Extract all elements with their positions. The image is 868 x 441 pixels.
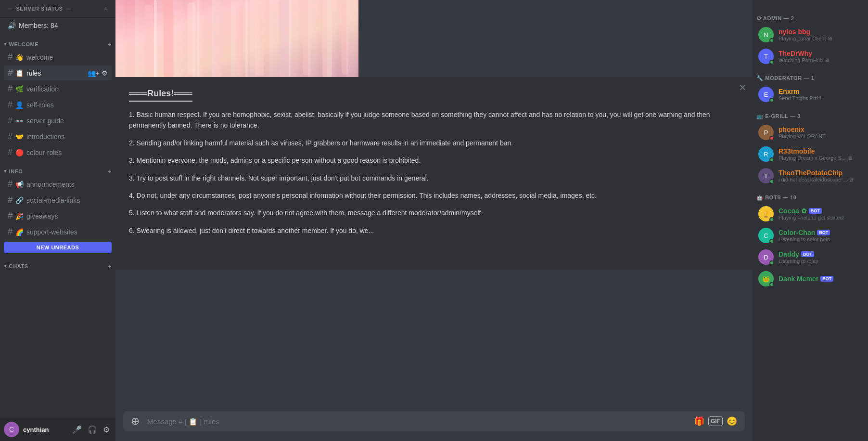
avatar: C bbox=[4, 422, 19, 437]
channel-verification[interactable]: # 🌿 verification bbox=[4, 81, 112, 96]
channel-rules[interactable]: # 📋 rules 👥+ ⚙ bbox=[4, 65, 112, 80]
gif-icon[interactable]: GIF bbox=[708, 416, 723, 426]
status-indicator bbox=[769, 60, 774, 65]
add-chats-channel-icon[interactable]: + bbox=[108, 263, 112, 269]
new-unreads-button[interactable]: NEW UNREADS bbox=[4, 242, 112, 253]
user-controls: 🎤 🎧 ⚙ bbox=[70, 423, 112, 436]
user-settings-icon[interactable]: ⚙ bbox=[101, 423, 112, 436]
svg-rect-3 bbox=[188, 2, 195, 75]
member-dank-memer[interactable]: 🐸 Dank Memer BOT bbox=[754, 268, 866, 289]
svg-rect-1 bbox=[144, 5, 153, 72]
channel-giveaways[interactable]: # 🎉 giveaways bbox=[4, 208, 112, 223]
channel-self-roles[interactable]: # 👤 self-roles bbox=[4, 97, 112, 112]
hash-icon: # bbox=[8, 84, 13, 94]
status-indicator bbox=[769, 98, 774, 103]
channel-introductions[interactable]: # 🤝 introductions bbox=[4, 129, 112, 144]
chevron-down-icon: ▾ bbox=[4, 168, 7, 174]
channel-announcements[interactable]: # 📢 announcements bbox=[4, 177, 112, 192]
rule-5: 5. Listen to what staff and moderators s… bbox=[129, 208, 739, 218]
member-nylos-bbg[interactable]: N nylos bbg Playing Lunar Client 🖥 bbox=[754, 24, 866, 45]
svg-rect-14 bbox=[289, 0, 291, 77]
avatar: P bbox=[758, 125, 774, 140]
rule-1: 1. Basic human respect. If you are homop… bbox=[129, 109, 739, 131]
admin-category-label: ⚙ ADMIN — 2 bbox=[753, 8, 868, 24]
gift-icon[interactable]: 🎁 bbox=[690, 412, 708, 430]
rule-3b: 3. Try to post stuff in the right channe… bbox=[129, 173, 739, 183]
members-count: 🔊 Members: 84 bbox=[0, 18, 115, 33]
channel-colour-roles[interactable]: # 🔴 colour-roles bbox=[4, 145, 112, 160]
member-info: Color-Chan BOT Listening to color help bbox=[779, 229, 862, 242]
hash-icon: # bbox=[8, 147, 13, 157]
members-sidebar: ⚙ ADMIN — 2 N nylos bbg Playing Lunar Cl… bbox=[753, 0, 868, 441]
svg-rect-5 bbox=[236, 5, 243, 75]
member-info: Daddy BOT Listening to /play bbox=[779, 250, 862, 264]
svg-rect-10 bbox=[342, 2, 348, 75]
channel-support-websites[interactable]: # 🌈 support-websites bbox=[4, 224, 112, 239]
avatar: R bbox=[758, 146, 774, 162]
add-message-icon[interactable]: ⊕ bbox=[127, 411, 143, 431]
svg-rect-12 bbox=[197, 0, 199, 77]
hash-icon: # bbox=[8, 195, 13, 205]
mute-icon[interactable]: 🎤 bbox=[70, 423, 84, 436]
member-daddy[interactable]: D Daddy BOT Listening to /play bbox=[754, 246, 866, 268]
member-info: Enxrm Send Thighs Plz!!! bbox=[779, 88, 862, 101]
channel-social-media-links[interactable]: # 🔗 social-media-links bbox=[4, 193, 112, 208]
member-phoenix[interactable]: P phoenix Playing VALORANT bbox=[754, 122, 866, 143]
rule-3: 3. Mentionin everyone, the mods, admins … bbox=[129, 155, 739, 166]
server-header[interactable]: — SERVER STATUS — + bbox=[0, 0, 115, 18]
category-chats[interactable]: ▾ CHATS + bbox=[0, 255, 115, 271]
message-input-wrapper: ⊕ 🎁 GIF 😊 bbox=[123, 411, 745, 431]
status-indicator bbox=[769, 136, 774, 141]
avatar: T bbox=[758, 49, 774, 64]
bot-badge: BOT bbox=[820, 276, 833, 282]
svg-rect-9 bbox=[322, 0, 332, 77]
server-status-label: — SERVER STATUS — bbox=[8, 6, 71, 12]
hash-icon: # bbox=[8, 116, 13, 126]
member-info: TheDrWhy Watching PornHub 🖥 bbox=[779, 50, 862, 63]
emoji-icon[interactable]: 😊 bbox=[723, 412, 741, 430]
add-channel-icon[interactable]: + bbox=[104, 6, 108, 12]
channel-welcome[interactable]: # 👋 welcome bbox=[4, 50, 112, 65]
member-enxrm[interactable]: E Enxrm Send Thighs Plz!!! bbox=[754, 84, 866, 105]
status-indicator bbox=[769, 217, 774, 222]
avatar: N bbox=[758, 27, 774, 42]
hash-icon: # bbox=[8, 52, 13, 62]
status-indicator bbox=[769, 157, 774, 162]
close-icon[interactable]: ✕ bbox=[739, 83, 747, 92]
member-color-chan[interactable]: C Color-Chan BOT Listening to color help bbox=[754, 225, 866, 246]
add-info-channel-icon[interactable]: + bbox=[108, 169, 112, 174]
message-input[interactable] bbox=[143, 412, 690, 431]
add-member-icon[interactable]: 👥+ bbox=[88, 69, 100, 77]
member-theopotatochip[interactable]: T TheoThePotatoChip i did not beat kalei… bbox=[754, 165, 866, 186]
settings-icon[interactable]: ⚙ bbox=[102, 69, 108, 77]
member-info: nylos bbg Playing Lunar Client 🖥 bbox=[779, 28, 862, 41]
egrill-category-label: 📺 E-GRILL — 3 bbox=[753, 105, 868, 121]
hash-icon: # bbox=[8, 227, 13, 237]
status-indicator bbox=[769, 38, 774, 43]
bot-badge: BOT bbox=[817, 230, 830, 235]
category-info[interactable]: ▾ INFO + bbox=[0, 160, 115, 176]
headset-icon[interactable]: 🎧 bbox=[86, 423, 99, 436]
status-indicator bbox=[769, 260, 774, 265]
member-info: TheoThePotatoChip i did not beat kaleido… bbox=[779, 169, 862, 182]
svg-rect-6 bbox=[255, 1, 264, 76]
rules-content: 1. Basic human respect. If you are homop… bbox=[129, 109, 739, 236]
svg-rect-11 bbox=[154, 0, 157, 77]
channel-server-guide[interactable]: # 👓 server-guide bbox=[4, 113, 112, 128]
message-input-bar: ⊕ 🎁 GIF 😊 bbox=[115, 411, 753, 441]
svg-rect-4 bbox=[212, 0, 221, 77]
member-cocoa[interactable]: 🏆 Cocoa ✿ BOT Playing =help to get start… bbox=[754, 203, 866, 224]
member-info: R33tmobile Playing Dream x George S... 🖥 bbox=[779, 147, 862, 161]
avatar: 🐸 bbox=[758, 271, 774, 286]
status-indicator bbox=[769, 282, 774, 287]
member-info: phoenix Playing VALORANT bbox=[779, 126, 862, 139]
moderator-category-label: 🔧 MODERATOR — 1 bbox=[753, 67, 868, 83]
member-r33tmobile[interactable]: R R33tmobile Playing Dream x George S...… bbox=[754, 143, 866, 165]
chevron-down-icon: ▾ bbox=[4, 41, 7, 47]
category-welcome[interactable]: ▾ WELCOME + bbox=[0, 33, 115, 49]
rules-title: ═══Rules!═══ bbox=[129, 89, 192, 102]
avatar: T bbox=[758, 168, 774, 183]
member-thedrwhy[interactable]: T TheDrWhy Watching PornHub 🖥 bbox=[754, 46, 866, 67]
add-welcome-channel-icon[interactable]: + bbox=[108, 41, 112, 47]
rule-4: 4. Do not, under any circumstances, post… bbox=[129, 190, 739, 201]
